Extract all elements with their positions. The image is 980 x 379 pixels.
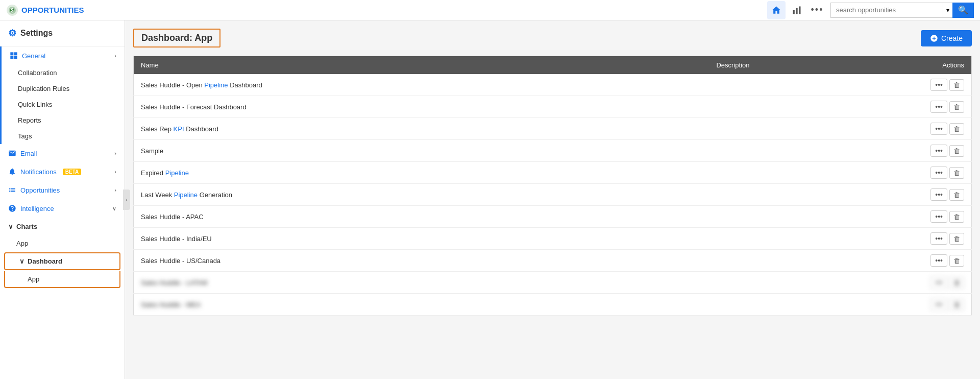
search-dropdown-btn[interactable]: ▾ — [943, 3, 952, 18]
sidebar-sub-reports[interactable]: Reports — [2, 112, 125, 128]
action-dots-button[interactable]: ••• — [930, 167, 947, 179]
row-name: Sales Huddle - Forecast Dashboard — [134, 96, 709, 118]
sidebar-sub-duplication-rules[interactable]: Duplication Rules — [2, 81, 125, 97]
row-description — [709, 162, 910, 184]
action-dots-button[interactable]: ••• — [930, 101, 947, 113]
search-container: ▾ 🔍 — [830, 3, 974, 18]
table-row: Sales Huddle - Forecast Dashboard•••🗑 — [134, 96, 972, 118]
action-trash-button[interactable]: 🗑 — [949, 277, 964, 289]
app-logo: $ OPPORTUNITIES — [6, 4, 84, 16]
row-actions: •••🗑 — [911, 272, 972, 294]
row-name: Sales Rep KPI Dashboard — [134, 118, 709, 140]
row-description — [709, 74, 910, 96]
action-trash-button[interactable]: 🗑 — [949, 167, 964, 179]
table-row: Sales Huddle - Open Pipeline Dashboard••… — [134, 74, 972, 96]
table-row: Sample•••🗑 — [134, 140, 972, 162]
create-icon — [930, 34, 938, 42]
notifications-nav-item[interactable]: Notifications BETA › — [0, 162, 125, 181]
sidebar: ⚙ Settings General › Collaboration Dupli… — [0, 20, 125, 379]
row-name: Sales Huddle - Open Pipeline Dashboard — [134, 74, 709, 96]
row-description — [709, 118, 910, 140]
create-button[interactable]: Create — [921, 30, 972, 46]
dashboard-app-item[interactable]: App — [4, 271, 120, 288]
row-name: Sales Huddle - MEA — [134, 294, 709, 316]
intelligence-chevron-icon: ∨ — [112, 205, 116, 212]
chart-icon-btn[interactable] — [788, 1, 806, 19]
action-dots-button[interactable]: ••• — [930, 232, 947, 245]
home-icon-btn[interactable] — [767, 1, 786, 19]
more-icon-btn[interactable]: ••• — [808, 1, 826, 19]
action-trash-button[interactable]: 🗑 — [949, 255, 964, 267]
row-name: Sales Huddle - APAC — [134, 206, 709, 228]
general-label: General — [22, 52, 45, 60]
row-description — [709, 206, 910, 228]
table-row: Sales Huddle - MEA•••🗑 — [134, 294, 972, 316]
action-dots-button[interactable]: ••• — [930, 276, 947, 289]
row-actions: •••🗑 — [911, 228, 972, 250]
dashboard-label: Dashboard — [28, 257, 62, 265]
row-actions: •••🗑 — [911, 96, 972, 118]
sidebar-sub-quick-links[interactable]: Quick Links — [2, 97, 125, 112]
sidebar-collapse-handle[interactable]: ‹ — [123, 190, 130, 210]
charts-app-item[interactable]: App — [0, 235, 125, 251]
sidebar-section-general: General › Collaboration Duplication Rule… — [0, 46, 125, 144]
row-description — [709, 294, 910, 316]
settings-gear-icon: ⚙ — [8, 28, 16, 39]
action-trash-button[interactable]: 🗑 — [949, 189, 964, 201]
action-dots-button[interactable]: ••• — [930, 254, 947, 267]
email-icon — [8, 149, 16, 157]
sidebar-sub-tags[interactable]: Tags — [2, 128, 125, 144]
opportunities-icon — [8, 186, 16, 194]
action-dots-button[interactable]: ••• — [930, 210, 947, 223]
action-trash-button[interactable]: 🗑 — [949, 299, 964, 311]
notifications-icon — [8, 168, 16, 176]
layout: ⚙ Settings General › Collaboration Dupli… — [0, 20, 980, 379]
action-trash-button[interactable]: 🗑 — [949, 123, 964, 135]
col-name: Name — [134, 56, 709, 75]
intelligence-label: Intelligence — [20, 205, 54, 212]
row-actions: •••🗑 — [911, 118, 972, 140]
action-dots-button[interactable]: ••• — [930, 188, 947, 201]
page-title: Dashboard: App — [133, 29, 220, 48]
email-chevron-icon: › — [114, 150, 116, 156]
intelligence-nav-item[interactable]: Intelligence ∨ — [0, 199, 125, 218]
col-actions: Actions — [911, 56, 972, 75]
svg-text:$: $ — [11, 8, 14, 13]
row-name: Expired Pipeline — [134, 162, 709, 184]
row-actions: •••🗑 — [911, 140, 972, 162]
action-dots-button[interactable]: ••• — [930, 298, 947, 311]
svg-rect-5 — [796, 8, 797, 14]
table-row: Sales Huddle - APAC•••🗑 — [134, 206, 972, 228]
charts-label: Charts — [16, 223, 37, 230]
action-trash-button[interactable]: 🗑 — [949, 101, 964, 113]
opportunities-nav-item[interactable]: Opportunities › — [0, 181, 125, 199]
dashboard-group-header[interactable]: ∨ Dashboard — [4, 252, 120, 270]
email-label: Email — [20, 150, 37, 157]
row-description — [709, 184, 910, 206]
svg-rect-7 — [10, 52, 13, 55]
row-name: Sales Huddle - LATAM — [134, 272, 709, 294]
row-actions: •••🗑 — [911, 206, 972, 228]
search-input[interactable] — [830, 3, 943, 18]
svg-rect-8 — [14, 52, 17, 55]
row-actions: •••🗑 — [911, 294, 972, 316]
charts-group-header[interactable]: ∨ Charts — [0, 218, 125, 235]
table-row: Expired Pipeline•••🗑 — [134, 162, 972, 184]
row-name: Sales Huddle - India/EU — [134, 228, 709, 250]
action-trash-button[interactable]: 🗑 — [949, 145, 964, 157]
action-trash-button[interactable]: 🗑 — [949, 79, 964, 91]
email-nav-item[interactable]: Email › — [0, 144, 125, 162]
sidebar-sub-collaboration[interactable]: Collaboration — [2, 65, 125, 81]
dashboard-collapse-icon: ∨ — [19, 257, 24, 265]
page-header: Dashboard: App Create — [133, 29, 972, 48]
svg-rect-9 — [10, 56, 13, 59]
action-dots-button[interactable]: ••• — [930, 79, 947, 91]
action-trash-button[interactable]: 🗑 — [949, 233, 964, 245]
search-submit-btn[interactable]: 🔍 — [952, 3, 974, 18]
settings-header: ⚙ Settings — [0, 20, 125, 46]
app-title: OPPORTUNITIES — [21, 6, 84, 14]
action-dots-button[interactable]: ••• — [930, 145, 947, 157]
general-nav-item[interactable]: General › — [2, 46, 125, 65]
action-dots-button[interactable]: ••• — [930, 123, 947, 135]
action-trash-button[interactable]: 🗑 — [949, 211, 964, 223]
